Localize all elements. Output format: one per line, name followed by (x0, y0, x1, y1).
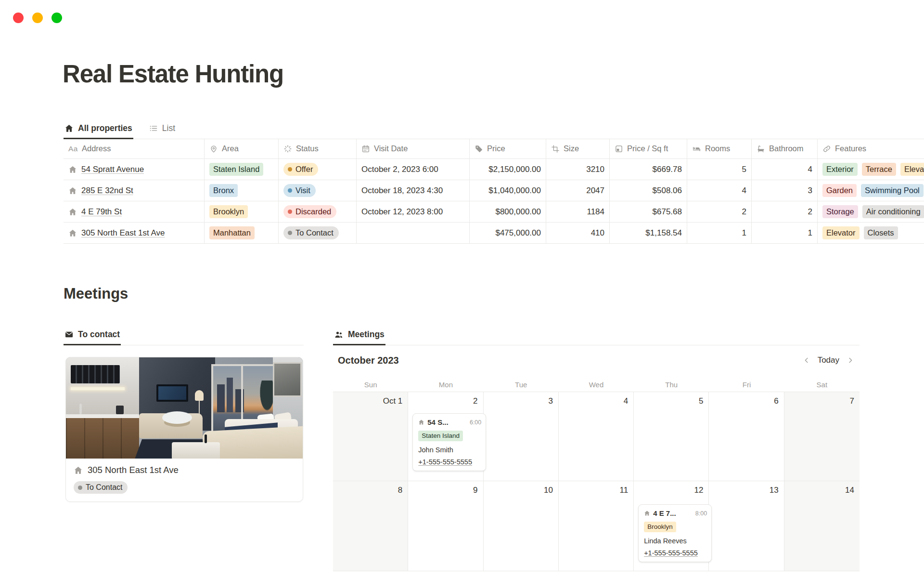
column-header-features[interactable]: Features (818, 139, 924, 159)
table-row: 305 North East 1st Ave Manhattan To Cont… (64, 223, 924, 244)
address-link[interactable]: 4 E 79th St (81, 207, 122, 217)
visit-date-cell[interactable] (357, 223, 470, 244)
event-phone-link[interactable]: +1-555-555-5555 (644, 549, 712, 557)
address-cell[interactable]: 285 E 32nd St (64, 180, 205, 201)
calendar-cell[interactable]: 8 (333, 481, 408, 571)
column-header-price-sqft[interactable]: Price / Sq ft (610, 139, 687, 159)
event-card[interactable]: 54 S... 6:00 Staten Island John Smith +1… (412, 413, 486, 471)
column-header-rooms[interactable]: Rooms (687, 139, 752, 159)
bathroom-cell[interactable]: 2 (752, 201, 818, 223)
visit-date-cell[interactable]: October 18, 2023 4:30 (357, 180, 470, 201)
house-icon (74, 466, 83, 475)
price-cell[interactable]: $1,040,000.00 (470, 180, 546, 201)
tag-icon (475, 144, 483, 153)
address-cell[interactable]: 4 E 79th St (64, 201, 205, 223)
event-phone-link[interactable]: +1-555-555-5555 (418, 458, 486, 466)
bathroom-cell[interactable]: 4 (752, 159, 818, 180)
status-cell[interactable]: Visit (279, 180, 357, 201)
calendar-cell[interactable]: 11 (559, 481, 634, 571)
bathroom-cell[interactable]: 1 (752, 223, 818, 244)
price-sqft-cell[interactable]: $1,158.54 (610, 223, 687, 244)
calendar-cell[interactable]: 3 (484, 392, 559, 481)
status-cell[interactable]: Offer (279, 159, 357, 180)
price-cell[interactable]: $2,150,000.00 (470, 159, 546, 180)
column-header-size[interactable]: Size (546, 139, 610, 159)
size-cell[interactable]: 3210 (546, 159, 610, 180)
day-number: 6 (709, 392, 783, 409)
area-cell[interactable]: Staten Island (205, 159, 279, 180)
address-cell[interactable]: 54 Spratt Avenue (64, 159, 205, 180)
tab-to-contact[interactable]: To contact (64, 329, 121, 345)
features-cell[interactable]: Elevator Closets (818, 223, 924, 244)
tab-meetings[interactable]: Meetings (333, 329, 385, 345)
column-header-visit-date[interactable]: Visit Date (357, 139, 470, 159)
calendar-cell[interactable]: 14 (784, 481, 860, 571)
card-address: 305 North East 1st Ave (74, 465, 295, 475)
status-dot (78, 486, 82, 490)
features-cell[interactable]: Storage Air conditioning (818, 201, 924, 223)
next-month-button[interactable] (846, 356, 855, 365)
column-header-bathroom[interactable]: Bathroom (752, 139, 818, 159)
area-tag: Bronx (209, 184, 238, 197)
calendar-cell[interactable]: 12 4 E 7... 8:00 Brooklyn Linda Reeves +… (634, 481, 709, 571)
area-cell[interactable]: Bronx (205, 180, 279, 201)
features-cell[interactable]: Garden Swimming Pool (818, 180, 924, 201)
size-cell[interactable]: 1184 (546, 201, 610, 223)
column-header-area[interactable]: Area (205, 139, 279, 159)
price-cell[interactable]: $800,000.00 (470, 201, 546, 223)
today-button[interactable]: Today (818, 355, 839, 365)
rooms-cell[interactable]: 5 (687, 159, 752, 180)
calendar-cell[interactable]: 4 (559, 392, 634, 481)
address-link[interactable]: 54 Spratt Avenue (81, 165, 144, 174)
visit-date-cell[interactable]: October 12, 2023 8:00 (357, 201, 470, 223)
address-link[interactable]: 305 North East 1st Ave (81, 228, 165, 238)
calendar-cell[interactable]: 13 (709, 481, 784, 571)
calendar-cell[interactable]: 10 (484, 481, 559, 571)
card-status-badge: To Contact (74, 481, 128, 494)
bathroom-cell[interactable]: 3 (752, 180, 818, 201)
calendar-cell[interactable]: 5 (634, 392, 709, 481)
visit-date-cell[interactable]: October 2, 2023 6:00 (357, 159, 470, 180)
properties-view-tabs: All properties List (64, 121, 924, 139)
column-header-status[interactable]: Status (279, 139, 357, 159)
rooms-cell[interactable]: 4 (687, 180, 752, 201)
price-sqft-cell[interactable]: $508.06 (610, 180, 687, 201)
tab-all-properties[interactable]: All properties (64, 123, 133, 139)
link-icon (822, 144, 831, 153)
close-window-button[interactable] (13, 13, 24, 23)
area-cell[interactable]: Manhattan (205, 223, 279, 244)
zoom-window-button[interactable] (51, 13, 62, 23)
column-header-address[interactable]: Aa Address (64, 139, 205, 159)
feature-tag: Elevator (900, 163, 924, 176)
size-cell[interactable]: 2047 (546, 180, 610, 201)
property-card[interactable]: 305 North East 1st Ave To Contact (65, 357, 303, 502)
size-cell[interactable]: 410 (546, 223, 610, 244)
address-cell[interactable]: 305 North East 1st Ave (64, 223, 205, 244)
calendar-cell[interactable]: 7 (784, 392, 860, 481)
calendar-cell[interactable]: 2 54 S... 6:00 Staten Island John Smith … (408, 392, 483, 481)
price-sqft-cell[interactable]: $675.68 (610, 201, 687, 223)
rooms-cell[interactable]: 1 (687, 223, 752, 244)
formula-icon (615, 144, 623, 153)
calendar-cell[interactable]: Oct 1 (333, 392, 408, 481)
column-header-price[interactable]: Price (470, 139, 546, 159)
address-link[interactable]: 285 E 32nd St (81, 186, 133, 196)
status-cell[interactable]: To Contact (279, 223, 357, 244)
status-badge: Visit (283, 184, 316, 197)
list-icon (149, 124, 158, 133)
minimize-window-button[interactable] (32, 13, 43, 23)
prev-month-button[interactable] (802, 356, 811, 365)
features-cell[interactable]: Exterior Terrace Elevator (818, 159, 924, 180)
status-badge: Offer (283, 163, 318, 176)
calendar-cell[interactable]: 9 (408, 481, 483, 571)
price-sqft-cell[interactable]: $669.78 (610, 159, 687, 180)
tab-list[interactable]: List (148, 123, 176, 139)
rooms-cell[interactable]: 2 (687, 201, 752, 223)
status-cell[interactable]: Discarded (279, 201, 357, 223)
feature-tag: Exterior (822, 163, 858, 176)
event-card[interactable]: 4 E 7... 8:00 Brooklyn Linda Reeves +1-5… (638, 504, 712, 562)
calendar-cell[interactable]: 6 (709, 392, 784, 481)
to-contact-tabs: To contact (64, 326, 304, 345)
area-cell[interactable]: Brooklyn (205, 201, 279, 223)
price-cell[interactable]: $475,000.00 (470, 223, 546, 244)
